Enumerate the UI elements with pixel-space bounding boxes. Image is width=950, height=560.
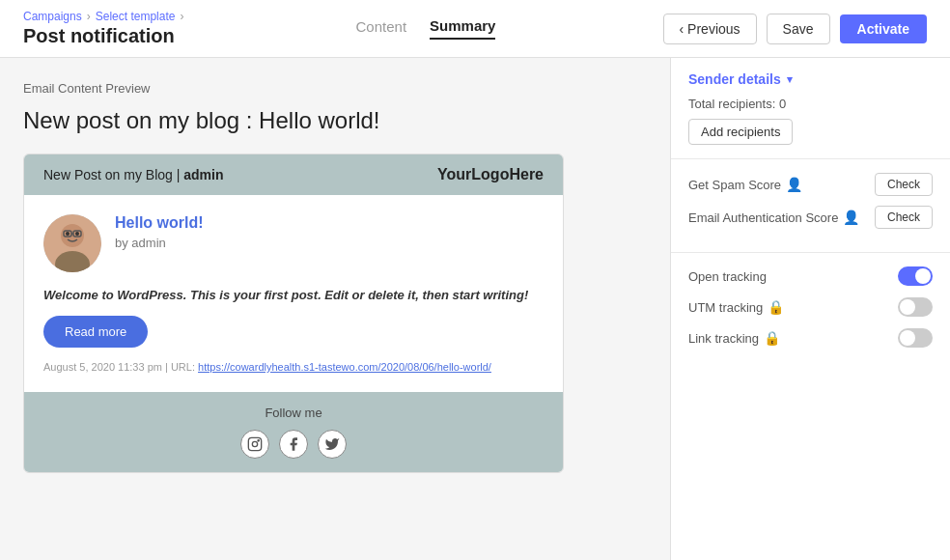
link-tracking-icon: 🔒 — [764, 330, 780, 346]
sender-details-section: Sender details ▾ Total recipients: 0 Add… — [671, 58, 950, 159]
auth-check-button[interactable]: Check — [875, 206, 933, 229]
tab-content[interactable]: Content — [356, 18, 407, 39]
open-tracking-label: Open tracking — [688, 269, 767, 284]
post-excerpt: Welcome to WordPress. This is your first… — [43, 288, 544, 302]
utm-tracking-label: UTM tracking 🔒 — [688, 299, 784, 315]
avatar — [43, 214, 101, 272]
open-tracking-toggle[interactable] — [898, 266, 933, 286]
spam-score-icon: 👤 — [786, 177, 802, 192]
follow-text: Follow me — [43, 406, 544, 420]
breadcrumb-sep1: › — [87, 10, 91, 23]
email-card: New Post on my Blog | admin YourLogoHere — [23, 154, 564, 473]
facebook-icon[interactable] — [279, 430, 308, 459]
email-preview-label: Email Content Preview — [23, 81, 647, 96]
auth-score-icon: 👤 — [843, 210, 859, 225]
breadcrumb-sep2: › — [180, 10, 183, 23]
twitter-icon[interactable] — [318, 430, 347, 459]
tracking-section: Open tracking UTM tracking 🔒 — [671, 253, 950, 373]
sender-details-header[interactable]: Sender details ▾ — [688, 71, 933, 87]
link-tracking-toggle[interactable] — [898, 328, 933, 348]
sidebar: Sender details ▾ Total recipients: 0 Add… — [670, 58, 950, 560]
page-title: Post notification — [23, 25, 188, 47]
social-icons — [43, 430, 544, 459]
svg-point-4 — [75, 232, 79, 236]
spam-check-button[interactable]: Check — [875, 173, 933, 196]
recipients-label: Total recipients: 0 — [688, 97, 933, 111]
link-tracking-label: Link tracking 🔒 — [688, 330, 780, 346]
email-footer: Follow me — [24, 392, 563, 472]
add-recipients-button[interactable]: Add recipients — [688, 119, 793, 145]
top-bar-right: ‹ Previous Save Activate — [663, 14, 927, 44]
previous-button[interactable]: ‹ Previous — [663, 14, 757, 44]
logo-text: YourLogoHere — [437, 166, 544, 183]
top-bar: Campaigns › Select template › Post notif… — [0, 0, 950, 58]
top-bar-center: Content Summary — [356, 17, 496, 40]
email-header-bold: admin — [183, 167, 223, 182]
sender-details-label: Sender details — [688, 71, 781, 87]
breadcrumb-select-template[interactable]: Select template — [96, 10, 176, 23]
post-meta-date: August 5, 2020 11:33 pm | URL: — [43, 361, 195, 373]
top-bar-left: Campaigns › Select template › Post notif… — [23, 10, 188, 47]
logo-normal: YourLogo — [437, 166, 509, 182]
svg-rect-8 — [248, 437, 261, 450]
save-button[interactable]: Save — [767, 14, 830, 44]
post-info: Hello world! by admin — [115, 214, 544, 260]
email-subject: New post on my blog : Hello world! — [23, 107, 647, 134]
activate-button[interactable]: Activate — [840, 14, 927, 43]
logo-bold: Here — [509, 166, 544, 182]
recipients-row: Total recipients: 0 Add recipients — [688, 97, 933, 145]
svg-point-9 — [252, 441, 257, 446]
post-meta-url[interactable]: https://cowardlyhealth.s1-tastewo.com/20… — [198, 361, 491, 373]
link-tracking-row: Link tracking 🔒 — [688, 328, 933, 348]
post-row: Hello world! by admin — [43, 214, 544, 272]
open-tracking-row: Open tracking — [688, 266, 933, 286]
email-card-header: New Post on my Blog | admin YourLogoHere — [24, 154, 563, 195]
utm-tracking-row: UTM tracking 🔒 — [688, 297, 933, 317]
post-author: by admin — [115, 236, 544, 250]
email-header-prefix: New Post on my Blog | — [43, 167, 183, 182]
email-body: Hello world! by admin Welcome to WordPre… — [24, 195, 563, 392]
content-area: Email Content Preview New post on my blo… — [0, 58, 670, 560]
instagram-icon[interactable] — [240, 430, 269, 459]
svg-point-10 — [258, 440, 259, 441]
auth-score-label: Email Authentication Score 👤 — [688, 210, 859, 225]
scores-section: Get Spam Score 👤 Check Email Authenticat… — [671, 159, 950, 253]
svg-point-3 — [66, 232, 70, 236]
chevron-down-icon: ▾ — [787, 73, 793, 86]
spam-score-label: Get Spam Score 👤 — [688, 177, 802, 192]
post-meta: August 5, 2020 11:33 pm | URL: https://c… — [43, 361, 544, 373]
auth-score-row: Email Authentication Score 👤 Check — [688, 206, 933, 229]
email-header-title: New Post on my Blog | admin — [43, 167, 223, 182]
read-more-button[interactable]: Read more — [43, 316, 148, 348]
spam-score-row: Get Spam Score 👤 Check — [688, 173, 933, 196]
tab-summary[interactable]: Summary — [430, 17, 495, 40]
breadcrumb: Campaigns › Select template › — [23, 10, 188, 23]
breadcrumb-campaigns[interactable]: Campaigns — [23, 10, 82, 23]
utm-tracking-icon: 🔒 — [768, 299, 784, 315]
post-title: Hello world! — [115, 214, 544, 232]
main-layout: Email Content Preview New post on my blo… — [0, 58, 950, 560]
utm-tracking-toggle[interactable] — [898, 297, 933, 317]
